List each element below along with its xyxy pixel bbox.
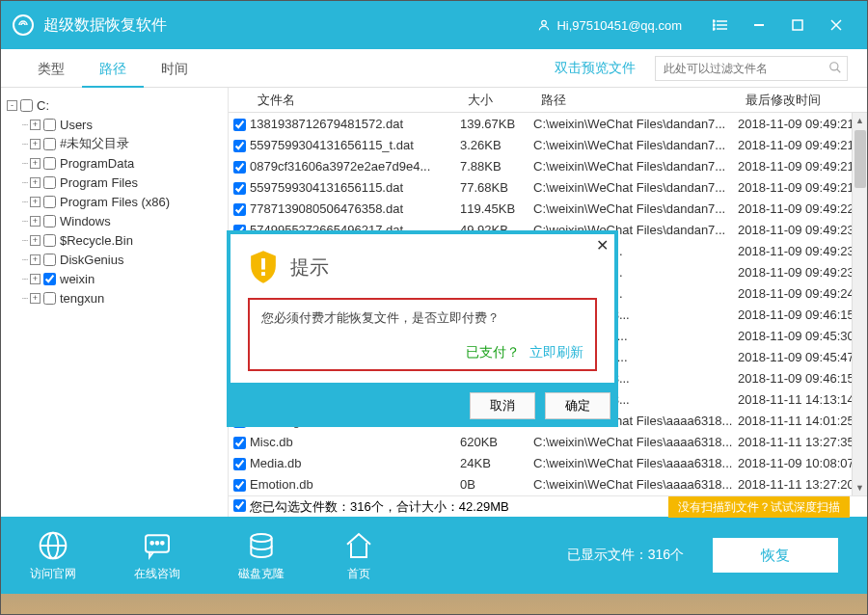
table-row[interactable]: 1381938712679481572.dat139.67KBC:\weixin… [229, 113, 867, 134]
scroll-thumb[interactable] [854, 130, 866, 188]
tree-node[interactable]: ┈+Windows [5, 211, 224, 230]
tab-time[interactable]: 时间 [144, 49, 205, 88]
expand-icon[interactable]: + [30, 139, 41, 149]
row-checkbox[interactable] [233, 458, 246, 470]
cell-date: 2018-11-11 14:13:14 [738, 392, 863, 407]
svg-point-5 [713, 24, 715, 26]
tree-checkbox[interactable] [43, 176, 56, 189]
cell-size: 77.68KB [460, 180, 533, 195]
row-checkbox[interactable] [233, 479, 246, 492]
close-button[interactable] [817, 11, 855, 40]
paid-link[interactable]: 已支付？ [466, 344, 520, 360]
expand-icon[interactable]: + [30, 274, 41, 284]
row-checkbox[interactable] [233, 161, 246, 174]
cell-name: Misc.db [250, 435, 460, 449]
expand-icon[interactable]: + [30, 254, 41, 265]
home-button[interactable]: 首页 [342, 529, 375, 582]
table-row[interactable]: 5597599304131656115_t.dat3.26KBC:\weixin… [229, 134, 867, 155]
table-row[interactable]: Misc.db620KBC:\weixin\WeChat Files\aaaa6… [229, 431, 867, 452]
tree-node[interactable]: ┈+tengxun [5, 288, 224, 308]
minimize-button[interactable] [740, 11, 778, 40]
expand-icon[interactable]: - [7, 100, 17, 111]
table-row[interactable]: Emotion.db0BC:\weixin\WeChat Files\aaaa6… [229, 473, 867, 495]
table-row[interactable]: 0879cf31606a3972e2ae7d9e4...7.88KBC:\wei… [229, 155, 867, 176]
select-all-checkbox[interactable] [233, 499, 246, 512]
tree-node[interactable]: -C: [5, 95, 224, 115]
tree-label: weixin [60, 272, 95, 286]
expand-icon[interactable]: + [30, 216, 41, 227]
row-checkbox[interactable] [233, 437, 246, 449]
col-date[interactable]: 最后修改时间 [738, 92, 863, 109]
cell-date: 2018-11-09 09:49:22 [738, 201, 863, 216]
home-icon [342, 529, 375, 562]
expand-icon[interactable]: + [30, 177, 41, 188]
tree-node[interactable]: ┈+DiskGenius [5, 250, 224, 269]
maximize-button[interactable] [778, 11, 817, 40]
col-size[interactable]: 大小 [460, 92, 533, 109]
tree-checkbox[interactable] [20, 99, 33, 112]
expand-icon[interactable]: + [30, 197, 41, 207]
tree-node[interactable]: ┈+ProgramData [5, 153, 224, 173]
scroll-down-icon[interactable]: ▼ [853, 480, 867, 495]
tree-checkbox[interactable] [43, 138, 56, 150]
scroll-up-icon[interactable]: ▲ [853, 113, 867, 128]
col-path[interactable]: 路径 [533, 92, 738, 109]
scrollbar[interactable]: ▲ ▼ [852, 113, 867, 495]
dialog-title: 提示 [290, 254, 329, 281]
cell-name: 5597599304131656115.dat [250, 180, 460, 195]
tree-node[interactable]: ┈+Users [5, 115, 224, 134]
dialog-close-icon[interactable]: ✕ [596, 236, 609, 254]
cancel-button[interactable]: 取消 [470, 392, 535, 419]
tree-checkbox[interactable] [43, 273, 56, 285]
deep-scan-badge[interactable]: 没有扫描到文件？试试深度扫描 [668, 496, 850, 518]
preview-link[interactable]: 双击预览文件 [555, 60, 636, 77]
expand-icon[interactable]: + [30, 120, 41, 130]
cell-path: C:\weixin\WeChat Files\dandan7... [533, 117, 738, 131]
tree-node[interactable]: ┈+$Recycle.Bin [5, 230, 224, 250]
col-name[interactable]: 文件名 [250, 92, 460, 109]
svg-rect-21 [261, 258, 265, 270]
file-count: 已显示文件：316个 [567, 547, 684, 564]
tree-checkbox[interactable] [43, 196, 56, 208]
row-checkbox[interactable] [233, 203, 246, 216]
refresh-link[interactable]: 立即刷新 [529, 344, 583, 360]
table-row[interactable]: 5597599304131656115.dat77.68KBC:\weixin\… [229, 176, 867, 198]
tree-node[interactable]: ┈+weixin [5, 269, 224, 288]
consult-button[interactable]: 在线咨询 [134, 529, 180, 582]
tab-type[interactable]: 类型 [20, 49, 82, 88]
user-info[interactable]: Hi,97510451@qq.com [537, 18, 682, 33]
cell-path: C:\weixin\WeChat Files\dandan7... [533, 138, 738, 152]
expand-icon[interactable]: + [30, 293, 41, 304]
website-button[interactable]: 访问官网 [30, 529, 76, 582]
tree-checkbox[interactable] [43, 119, 56, 131]
search-input[interactable] [655, 56, 848, 81]
clone-button[interactable]: 磁盘克隆 [238, 529, 285, 582]
tree-node[interactable]: ┈+Program Files [5, 173, 224, 192]
tree-checkbox[interactable] [43, 215, 56, 227]
cell-path: C:\weixin\WeChat Files\dandan7... [533, 159, 738, 174]
row-checkbox[interactable] [233, 119, 246, 131]
expand-icon[interactable]: + [30, 235, 41, 246]
recover-button[interactable]: 恢复 [713, 538, 838, 573]
cell-name: 0879cf31606a3972e2ae7d9e4... [250, 159, 460, 174]
cell-path: C:\weixin\WeChat Files\aaaa6318... [533, 456, 738, 470]
tree-checkbox[interactable] [43, 292, 56, 305]
ok-button[interactable]: 确定 [545, 392, 610, 419]
tree-checkbox[interactable] [43, 234, 56, 247]
menu-button[interactable] [701, 11, 740, 40]
table-row[interactable]: Media.db24KBC:\weixin\WeChat Files\aaaa6… [229, 452, 867, 473]
tab-path[interactable]: 路径 [82, 49, 144, 88]
tree-node[interactable]: ┈+#未知父目录 [5, 134, 224, 153]
tree-checkbox[interactable] [43, 157, 56, 170]
cell-date: 2018-11-09 09:49:23 [738, 244, 863, 258]
expand-icon[interactable]: + [30, 158, 41, 169]
search-icon[interactable] [828, 61, 842, 78]
tree-checkbox[interactable] [43, 254, 56, 266]
tabbar: 类型 路径 时间 双击预览文件 [1, 49, 867, 88]
tree-label: $Recycle.Bin [60, 233, 133, 248]
row-checkbox[interactable] [233, 182, 246, 195]
tree-node[interactable]: ┈+Program Files (x86) [5, 192, 224, 211]
row-checkbox[interactable] [233, 140, 246, 152]
cell-date: 2018-11-09 09:49:21 [738, 180, 863, 195]
table-row[interactable]: 7787139080506476358.dat119.45KBC:\weixin… [229, 198, 867, 219]
